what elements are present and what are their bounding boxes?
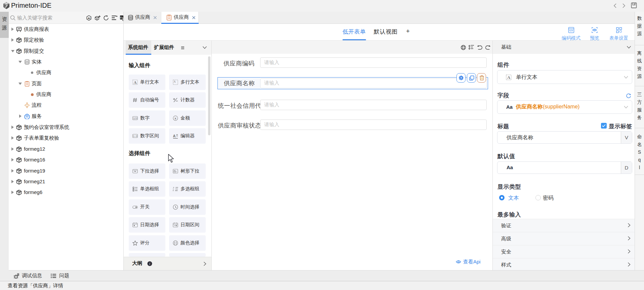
svg-text:AI: AI — [88, 17, 90, 20]
svg-text:i: i — [149, 262, 150, 265]
